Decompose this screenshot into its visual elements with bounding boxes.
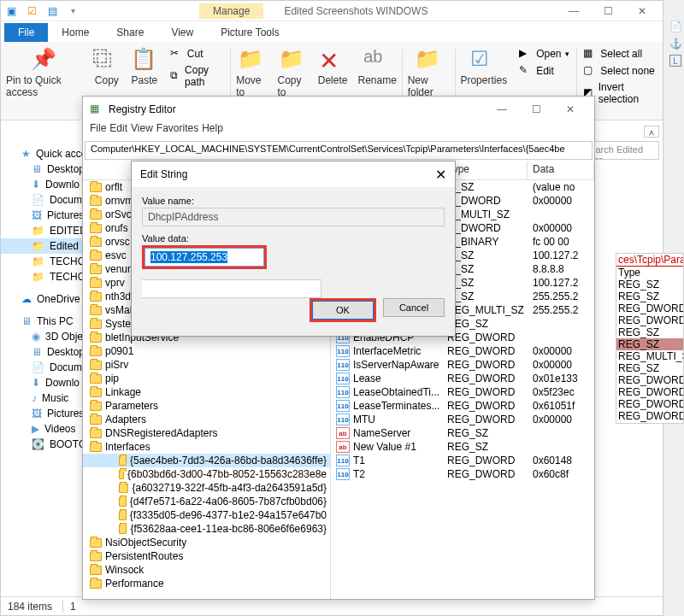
disk-icon: 💽: [32, 438, 44, 450]
regvalue-icon: 110: [336, 414, 350, 425]
tree-node[interactable]: {f3335d05-de96-4377-b1e2-94a157e647b0: [83, 508, 330, 522]
tree-node[interactable]: Winsock: [83, 563, 330, 577]
tree-node[interactable]: {a6032719-322f-45fb-a4f3-da2643591a5d}: [83, 481, 330, 495]
value-row[interactable]: 110MTUREG_DWORD0x00000: [331, 413, 594, 426]
side-l-icon[interactable]: L: [669, 55, 681, 67]
tree-node[interactable]: {5aec4beb-7dd3-426a-86bd-ba8d34636ffe}: [83, 454, 330, 467]
folder-icon: [119, 456, 127, 466]
folder-icon: [90, 292, 102, 302]
tab-home[interactable]: Home: [48, 23, 103, 42]
value-row[interactable]: 110T2REG_DWORD0x60c8f: [331, 467, 594, 481]
value-row[interactable]: 110LeaseREG_DWORD0x01e133: [331, 372, 594, 385]
reg-close[interactable]: ✕: [553, 97, 587, 122]
minimize-button[interactable]: —: [557, 1, 591, 21]
regvalue-icon: ab: [336, 441, 350, 453]
tree-node[interactable]: Adapters: [83, 413, 330, 426]
tree-node[interactable]: {f53628aa-cee1-11ea-bc86-806e6f6e6963}: [83, 522, 330, 536]
tree-node[interactable]: Interfaces: [83, 440, 330, 454]
regvalue-icon: 110: [336, 468, 350, 480]
tab-share[interactable]: Share: [103, 23, 157, 42]
folder-icon: [90, 361, 102, 370]
desktop-icon: 🖥: [32, 163, 42, 175]
side-doc-icon[interactable]: 📄: [669, 21, 682, 32]
cancel-button[interactable]: Cancel: [383, 298, 445, 317]
paste-icon: 📋: [131, 47, 158, 74]
close-button[interactable]: ✕: [625, 1, 659, 21]
cloud-icon: ☁: [21, 293, 32, 305]
tree-node[interactable]: pip: [83, 372, 330, 385]
open-button[interactable]: ▶Open▾: [516, 45, 572, 62]
edit-button[interactable]: ✎Edit: [516, 62, 572, 79]
menu-edit[interactable]: Edit: [109, 122, 127, 139]
qat-new-icon[interactable]: ▤: [45, 4, 59, 18]
collapse-ribbon-icon[interactable]: ʌ: [644, 126, 659, 138]
folder-icon: 📁: [32, 225, 44, 237]
side-anchor-icon[interactable]: ⚓: [669, 38, 682, 50]
menu-file[interactable]: File: [90, 122, 106, 139]
tree-node[interactable]: p0901: [83, 344, 330, 358]
folder-icon: [90, 443, 102, 452]
maximize-button[interactable]: ☐: [591, 1, 625, 21]
pin-button[interactable]: 📌Pin to Quick access: [1, 45, 88, 116]
qat-check-icon[interactable]: ☑: [25, 4, 38, 18]
tab-picture-tools[interactable]: Picture Tools: [207, 23, 292, 42]
regedit-menu: File Edit View Favorites Help: [83, 122, 594, 139]
value-row[interactable]: abNameServerREG_SZ: [331, 426, 594, 440]
contextual-tab-label[interactable]: Manage: [199, 3, 263, 19]
selectnone-button[interactable]: ▢Select none: [580, 62, 659, 79]
tree-node[interactable]: {d4f7e571-6a22-4a06-8605-7b87cfb0bd06}: [83, 495, 330, 508]
folder-icon: [119, 470, 124, 479]
copypath-button[interactable]: ⧉Copy path: [167, 62, 227, 90]
dialog-close-icon[interactable]: ✕: [435, 167, 446, 183]
address-bar[interactable]: Computer\HKEY_LOCAL_MACHINE\SYSTEM\Curre…: [85, 141, 593, 160]
reg-minimize[interactable]: —: [485, 97, 519, 122]
tree-node[interactable]: Performance: [83, 577, 330, 590]
value-row[interactable]: 110IsServerNapAwareREG_DWORD0x00000: [331, 358, 594, 372]
document-icon: 📄: [32, 361, 44, 373]
folder-icon: [90, 183, 102, 192]
cut-button[interactable]: ✂Cut: [167, 45, 227, 62]
qat-folder-icon[interactable]: ▣: [4, 4, 18, 18]
qat-dropdown-icon[interactable]: ▾: [66, 4, 80, 18]
properties-icon: ☑: [470, 47, 498, 74]
tree-node[interactable]: Linkage: [83, 385, 330, 399]
value-row[interactable]: 110LeaseObtainedTi...REG_DWORD0x5f23ec: [331, 385, 594, 399]
value-data-input[interactable]: 100.127.255.253: [144, 248, 264, 267]
tab-file[interactable]: File: [4, 23, 48, 42]
folder-icon: 📁: [32, 240, 44, 252]
tree-node[interactable]: Parameters: [83, 399, 330, 413]
folder-icon: [90, 347, 102, 356]
pc-icon: 🖥: [21, 315, 32, 327]
tree-node[interactable]: piSrv: [83, 358, 330, 372]
tree-node[interactable]: PersistentRoutes: [83, 549, 330, 563]
newfolder-icon: 📁: [415, 47, 442, 74]
rename-icon: ab: [363, 47, 391, 74]
folder-icon: [90, 566, 102, 575]
delete-icon: ✕: [319, 47, 346, 74]
menu-view[interactable]: View: [131, 122, 153, 139]
regvalue-icon: 110: [336, 345, 350, 357]
value-data-highlight: 100.127.255.253: [142, 245, 267, 269]
menu-help[interactable]: Help: [202, 122, 223, 139]
3d-icon: ◉: [32, 331, 40, 343]
reg-maximize[interactable]: ☐: [519, 97, 553, 122]
regedit-icon: ▦: [90, 103, 103, 116]
ok-button[interactable]: OK: [312, 301, 374, 320]
col-data[interactable]: Data: [528, 161, 594, 179]
value-row[interactable]: 110LeaseTerminates...REG_DWORD0x61051f: [331, 399, 594, 413]
tree-node[interactable]: NsiObjectSecurity: [83, 536, 330, 549]
value-row[interactable]: abNew Value #1REG_SZ: [331, 440, 594, 454]
menu-favorites[interactable]: Favorites: [156, 122, 198, 139]
path-icon: ⧉: [170, 69, 181, 83]
selectall-button[interactable]: ▦Select all: [580, 45, 659, 62]
ribbon-tabstrip: File Home Share View Picture Tools: [1, 21, 663, 42]
regedit-title: Registry Editor: [109, 103, 176, 115]
value-row[interactable]: 110T1REG_DWORD0x60148: [331, 454, 594, 467]
tree-node[interactable]: {6b03bd6d-3d00-47bb-8052-15563c283e8e: [83, 467, 330, 481]
tree-node[interactable]: DNSRegisteredAdapters: [83, 426, 330, 440]
tab-view[interactable]: View: [157, 23, 207, 42]
folder-icon: [90, 538, 102, 548]
value-data-input-rest[interactable]: [142, 279, 321, 298]
window-title: Edited Screenshots WINDOWS: [284, 5, 428, 17]
value-row[interactable]: 110InterfaceMetricREG_DWORD0x00000: [331, 344, 594, 358]
